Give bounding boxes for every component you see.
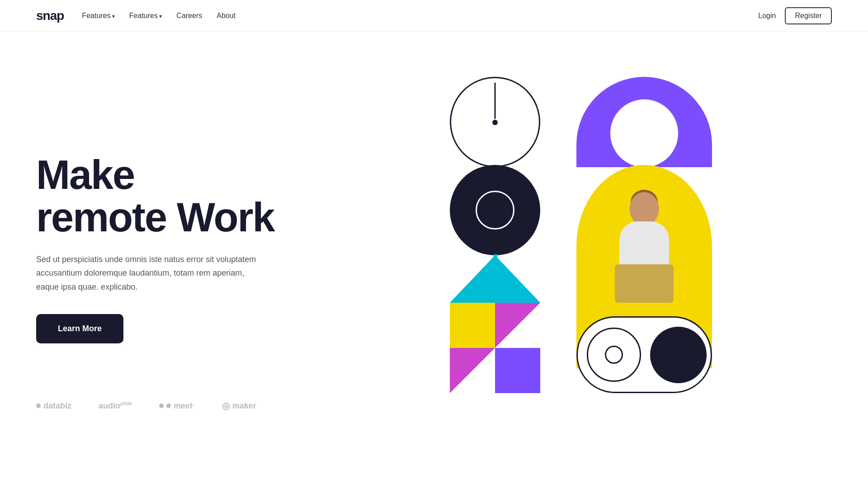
circle-inner-line xyxy=(495,83,496,119)
person-laptop xyxy=(615,264,674,303)
nav-right: Login Register xyxy=(758,7,832,24)
circle-outline-top xyxy=(450,77,540,167)
partner-maker: ◎ maker xyxy=(222,400,256,411)
nav-item-about[interactable]: About xyxy=(217,12,236,20)
navbar: snap Features Features Careers About Log… xyxy=(0,0,868,32)
databiz-label: databiz xyxy=(43,401,71,411)
art-container xyxy=(450,77,712,393)
register-button[interactable]: Register xyxy=(785,7,832,24)
hero-title-line2: remote Work xyxy=(36,195,274,240)
login-button[interactable]: Login xyxy=(758,12,776,20)
hero-subtitle: Sed ut perspiciatis unde omnis iste natu… xyxy=(36,253,262,294)
cyan-bar xyxy=(494,254,497,303)
person-head xyxy=(630,192,659,226)
hero-title-line1: Make xyxy=(36,152,134,197)
purple-arch xyxy=(576,77,712,167)
nav-item-careers[interactable]: Careers xyxy=(176,12,202,20)
hero-title: Make remote Work xyxy=(36,154,330,239)
maker-label: maker xyxy=(232,401,256,411)
meet-label: meet· xyxy=(174,401,195,411)
nav-item-features2[interactable]: Features xyxy=(129,12,162,20)
toggle-shape xyxy=(576,316,712,393)
yellow-square xyxy=(450,303,495,348)
databiz-dot xyxy=(36,404,41,408)
partner-audiophile: audiophile xyxy=(99,401,132,411)
meet-dot1 xyxy=(159,404,164,408)
purple-square xyxy=(495,348,540,393)
nav-link-features2[interactable]: Features xyxy=(129,12,162,19)
maker-icon: ◎ xyxy=(222,400,230,411)
toggle-left-circle xyxy=(587,328,641,382)
nav-link-features1[interactable]: Features xyxy=(82,12,114,19)
partner-meet: meet· xyxy=(159,401,195,411)
audiophile-label: audiophile xyxy=(99,401,132,411)
nav-left: snap Features Features Careers About xyxy=(36,9,236,23)
nav-links: Features Features Careers About xyxy=(82,12,236,20)
circle-inner-dot xyxy=(492,120,498,125)
toggle-inner-dot xyxy=(605,346,623,364)
partner-databiz: databiz xyxy=(36,401,71,411)
partner-logos: databiz audiophile meet· ◎ maker xyxy=(36,400,256,411)
black-circle xyxy=(450,165,540,255)
meet-dot2 xyxy=(166,404,171,408)
learn-more-button[interactable]: Learn More xyxy=(36,314,123,343)
brand-logo[interactable]: snap xyxy=(36,9,64,23)
hero-left: Make remote Work Sed ut perspiciatis und… xyxy=(36,136,330,344)
hero-section: Make remote Work Sed ut perspiciatis und… xyxy=(0,32,868,438)
nav-item-features1[interactable]: Features xyxy=(82,12,114,20)
nav-link-about[interactable]: About xyxy=(217,12,236,19)
hero-art xyxy=(330,77,832,402)
toggle-right-circle xyxy=(650,327,707,383)
nav-link-careers[interactable]: Careers xyxy=(176,12,202,19)
